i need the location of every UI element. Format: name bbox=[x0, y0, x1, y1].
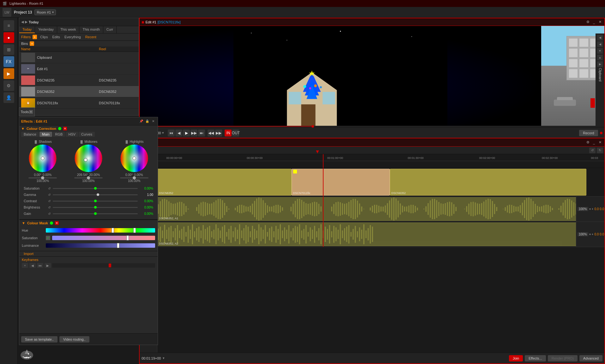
bins-add-btn[interactable]: + bbox=[30, 41, 34, 46]
filter-recent[interactable]: Recent bbox=[84, 35, 98, 39]
tab-yesterday[interactable]: Yesterday bbox=[35, 26, 57, 33]
col-name-header[interactable]: Name bbox=[21, 47, 99, 51]
sidebar-adjust-btn[interactable]: ⚙ bbox=[3, 80, 14, 91]
clip-v1-dscn6352-2[interactable]: DSCN6352 bbox=[390, 169, 587, 196]
list-item-dscn7011fix[interactable]: 🎅 DSCN7011fix DSCN7011fix bbox=[19, 97, 139, 109]
preview-icon1[interactable]: ⚙ bbox=[585, 20, 590, 25]
list-item-clipboard[interactable]: Clipboard bbox=[19, 52, 139, 63]
preview-minimize-btn[interactable]: _ bbox=[591, 20, 596, 25]
sidebar-user-btn[interactable]: 👤 bbox=[3, 92, 14, 103]
ctrl-audio-next[interactable]: ▶▶ bbox=[215, 130, 222, 136]
adj-icon-gain[interactable]: ↺ bbox=[47, 211, 51, 216]
filter-clips[interactable]: Clips bbox=[39, 35, 49, 39]
sidebar-record-btn[interactable]: ● bbox=[3, 32, 14, 43]
prp-btn3[interactable]: ▼ bbox=[597, 48, 603, 54]
room-selector[interactable]: Room #1 ▾ bbox=[34, 9, 56, 15]
sidebar-grid-btn[interactable]: ⊞ bbox=[3, 44, 14, 55]
highlights-wheel[interactable] bbox=[120, 144, 148, 173]
sidebar-fx-btn[interactable]: FX bbox=[3, 56, 14, 67]
sidebar-menu-btn[interactable]: ≡ bbox=[3, 20, 14, 31]
cc-close-btn[interactable]: ✕ bbox=[63, 127, 67, 130]
clip-a2-audio[interactable]: DSCN6352, A2 bbox=[157, 222, 586, 246]
shadows-slider[interactable] bbox=[28, 177, 57, 179]
cm-close-btn[interactable]: ✕ bbox=[55, 221, 59, 225]
midtones-slider[interactable] bbox=[74, 177, 103, 179]
ctrl-goto-end[interactable]: ⏭ bbox=[198, 130, 205, 136]
adj-slider-saturation[interactable] bbox=[53, 188, 138, 189]
cc-tab-curves[interactable]: Curves bbox=[79, 132, 95, 137]
sidebar-export-btn[interactable]: ▶ bbox=[3, 68, 14, 79]
save-template-btn[interactable]: Save as template.. bbox=[21, 336, 57, 343]
cm-bar-luminance[interactable] bbox=[46, 243, 155, 248]
tab-this-month[interactable]: This month bbox=[79, 26, 103, 33]
adj-slider-brightness[interactable] bbox=[53, 207, 138, 208]
video-routing-btn[interactable]: Video routing.. bbox=[59, 336, 89, 343]
clip-a1-audio[interactable]: DSCN6352, A1 bbox=[157, 197, 586, 221]
tl-redo-btn[interactable]: ↻ bbox=[597, 148, 603, 153]
col-reel-header[interactable]: Reel bbox=[99, 47, 137, 51]
render-btn[interactable]: Render (PRO) bbox=[548, 355, 578, 361]
cc-tab-hsv[interactable]: HSV bbox=[66, 132, 78, 137]
ctrl-mode2[interactable]: OUT bbox=[232, 130, 239, 136]
cc-tab-rgb[interactable]: RGB bbox=[53, 132, 65, 137]
cm-bar-saturation[interactable] bbox=[52, 236, 155, 240]
ctrl-step-fwd[interactable]: ▶▶ bbox=[191, 130, 197, 136]
a1-track[interactable]: DSCN6352, A1 100% ▾ + 0.0 0.0 bbox=[157, 197, 604, 222]
ctrl-mode1[interactable]: IN bbox=[225, 130, 232, 136]
highlights-slider[interactable] bbox=[120, 177, 148, 179]
kf-home-btn[interactable]: ⏮ bbox=[37, 263, 43, 268]
a2-dropdown[interactable]: ▾ bbox=[589, 233, 591, 236]
v1-track[interactable]: DSCN6352 DSCN7011fix DSCN6352 bbox=[157, 168, 604, 197]
cc-tab-balance[interactable]: Balance bbox=[21, 132, 39, 137]
adj-icon-saturation[interactable]: ↺ bbox=[47, 186, 51, 191]
cc-tab-main[interactable]: Main bbox=[39, 132, 52, 137]
panel-nav-fwd[interactable]: ▶ bbox=[25, 20, 27, 24]
list-item-dscn6235[interactable]: DSCN6235 DSCN6235 bbox=[19, 75, 139, 86]
tl-undo-btn[interactable]: ↺ bbox=[589, 148, 596, 153]
kf-add-btn[interactable]: + bbox=[22, 263, 28, 268]
a1-dropdown[interactable]: ▾ bbox=[589, 207, 591, 211]
filters-add-btn[interactable]: + bbox=[33, 35, 37, 39]
kf-prev-btn[interactable]: ◀ bbox=[29, 263, 36, 268]
prp-btn1[interactable]: ◀ bbox=[597, 35, 603, 40]
kf-next-btn[interactable]: ▶ bbox=[45, 263, 51, 268]
clip-v1-dscn6352-1[interactable]: DSCN6352 bbox=[157, 169, 292, 196]
list-item-edit1[interactable]: ✂ Edit #1 bbox=[19, 63, 139, 75]
effects-close-btn[interactable]: ✕ bbox=[151, 119, 156, 124]
clip-v1-dscn7011fix[interactable]: DSCN7011fix bbox=[292, 169, 390, 196]
a2-plus[interactable]: + bbox=[592, 233, 594, 236]
cc-triangle[interactable]: ▼ bbox=[21, 127, 25, 130]
ctrl-play[interactable]: ▶ bbox=[183, 130, 190, 136]
adj-slider-gain[interactable] bbox=[53, 213, 138, 214]
adj-slider-contrast[interactable] bbox=[53, 201, 138, 202]
shadows-wheel[interactable] bbox=[28, 144, 57, 173]
preview-progress-bar[interactable] bbox=[140, 126, 604, 127]
advanced-btn[interactable]: Advanced bbox=[579, 355, 602, 361]
effects-pin-btn[interactable]: 📌 bbox=[139, 119, 144, 124]
filter-edits[interactable]: Edits bbox=[51, 35, 61, 39]
filter-everything[interactable]: Everything bbox=[63, 35, 82, 39]
midtones-wheel[interactable] bbox=[74, 144, 103, 173]
timeline-ruler[interactable]: 00:00:00+00 00:00:30+00 00:01:00+00 00:0… bbox=[157, 154, 604, 161]
ctrl-audio-prev[interactable]: ◀◀ bbox=[208, 130, 215, 136]
tab-this-week[interactable]: This week bbox=[57, 26, 80, 33]
ctrl-goto-start[interactable]: ⏮ bbox=[168, 130, 175, 136]
adj-icon-brightness[interactable]: ↺ bbox=[47, 205, 51, 209]
cm-bar-hue[interactable] bbox=[46, 228, 155, 233]
cm-triangle[interactable]: ▼ bbox=[22, 221, 25, 225]
ctrl-step-back[interactable]: ◀ bbox=[175, 130, 182, 136]
join-btn[interactable]: Join bbox=[509, 355, 523, 361]
adj-icon-contrast[interactable]: ↺ bbox=[47, 199, 51, 203]
cm-saturation-check[interactable]: ✓ bbox=[46, 236, 50, 240]
timecode-dropdown[interactable]: ▾ bbox=[162, 131, 164, 135]
prp-btn2[interactable]: ◀ bbox=[597, 41, 603, 47]
adj-slider-gamma[interactable] bbox=[53, 194, 138, 195]
adj-icon-gamma[interactable]: ↺ bbox=[47, 192, 51, 197]
tl-close-btn[interactable]: ✕ bbox=[597, 140, 602, 145]
a2-track[interactable]: DSCN6352, A2 100% ▾ + 0.0 0.0 bbox=[157, 222, 604, 247]
prp-btn4[interactable]: ▲ bbox=[597, 55, 603, 60]
prp-btn5[interactable]: ▶ bbox=[597, 61, 603, 67]
list-item-dscn6352[interactable]: DSCN6352 DSCN6352 bbox=[19, 86, 139, 97]
tl-timecode-dropdown[interactable]: ▾ bbox=[163, 356, 165, 360]
tab-curr[interactable]: Curr bbox=[103, 26, 117, 33]
